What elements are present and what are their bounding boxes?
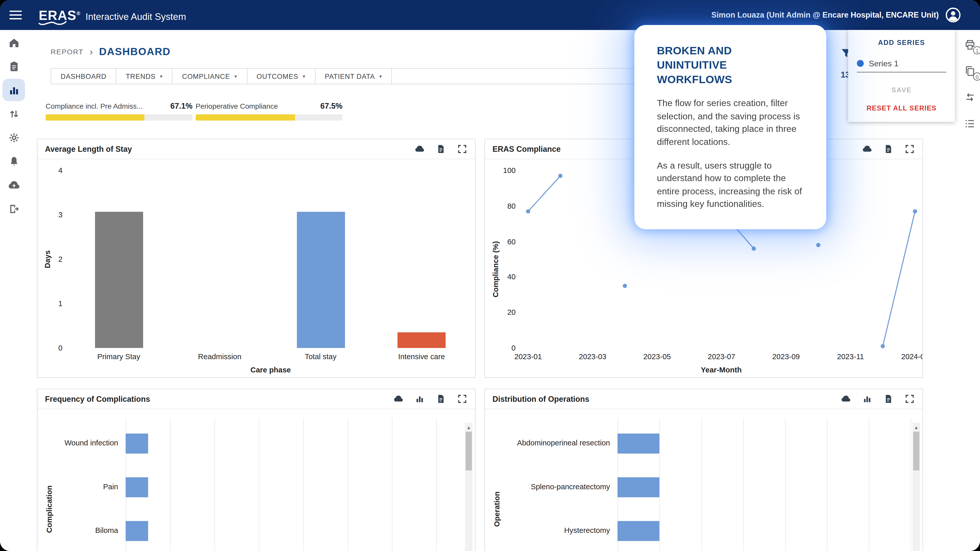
save-button[interactable]: SAVE [848, 86, 955, 94]
tab-patient-data[interactable]: PATIENT DATA▾ [315, 68, 392, 84]
category-label: Spleno-pancreatectomy [485, 483, 610, 491]
gridline [215, 418, 215, 551]
report-file-icon[interactable] [436, 394, 446, 404]
logo-subtitle: Interactive Audit System [86, 11, 186, 22]
badge-count: 1 [973, 46, 980, 54]
bar [617, 477, 659, 497]
app-window: ERAS® Interactive Audit System Simon Lou… [0, 0, 980, 551]
home-icon[interactable] [3, 31, 25, 54]
tab-dashboard[interactable]: DASHBOARD [51, 68, 116, 84]
metric-perioperative-compliance: Perioperative Compliance 67.5% [196, 102, 343, 121]
card-header: Frequency of Complications [38, 389, 475, 409]
metric-label: Compliance incl. Pre Admiss... [46, 103, 143, 110]
avatar-icon[interactable] [945, 7, 961, 23]
download-cloud-icon[interactable] [841, 394, 851, 404]
logo-eras: ERAS® [39, 8, 81, 21]
chart-title: Distribution of Operations [493, 395, 589, 403]
series-name-input[interactable]: Series 1 [857, 59, 946, 73]
download-cloud-icon[interactable] [393, 394, 404, 404]
chevron-down-icon: ▾ [379, 73, 382, 79]
metric-compliance-incl-pre-admission: Compliance incl. Pre Admiss... 67.1% [46, 102, 192, 121]
tab-trends[interactable]: TRENDS▾ [116, 68, 173, 84]
report-file-icon[interactable] [883, 144, 894, 154]
download-cloud-icon[interactable] [862, 144, 873, 154]
bar-chart-icon[interactable] [414, 394, 425, 404]
breadcrumb-report[interactable]: REPORT [51, 48, 83, 55]
gridline [348, 418, 348, 551]
reset-all-series-button[interactable]: RESET ALL SERIES [848, 104, 955, 112]
clipboard-icon[interactable] [3, 55, 25, 78]
settings-gear-icon[interactable] [3, 126, 25, 149]
print-queue-icon[interactable]: 1 [964, 39, 976, 51]
x-axis-title: Care phase [177, 365, 364, 375]
chevron-down-icon: ▾ [160, 73, 163, 79]
fullscreen-icon[interactable] [904, 144, 915, 154]
page-title: DASHBOARD [99, 46, 170, 58]
gridline [701, 418, 702, 551]
logo-wave-icon [38, 19, 68, 27]
bar-chart-icon[interactable] [3, 79, 25, 101]
series-name-value: Series 1 [869, 59, 899, 68]
copy-pages-icon[interactable]: 0 [964, 65, 976, 78]
category-label: Abdominoperineal resection [485, 438, 610, 447]
progress-bar [196, 114, 343, 121]
cloud-upload-icon[interactable] [3, 174, 25, 196]
average-length-of-stay-chart: 01234DaysPrimary StayReadmissionTotal st… [38, 159, 475, 377]
fullscreen-icon[interactable] [904, 394, 915, 404]
bar [617, 521, 659, 541]
sidebar [0, 30, 27, 551]
category-label: Hysterectomy [485, 526, 610, 535]
scrollbar[interactable]: ▲ [913, 423, 920, 551]
scrollbar-thumb[interactable] [466, 432, 472, 470]
scroll-up-icon[interactable]: ▲ [465, 423, 473, 432]
report-file-icon[interactable] [883, 394, 894, 404]
scroll-up-icon[interactable]: ▲ [913, 423, 920, 432]
swap-vertical-icon[interactable] [3, 103, 25, 125]
app-logo: ERAS® Interactive Audit System [39, 8, 186, 21]
report-file-icon[interactable] [436, 144, 446, 154]
y-tick-label: 1 [44, 299, 62, 308]
swap-horizontal-icon[interactable] [964, 91, 976, 104]
gridline [392, 418, 393, 551]
tab-compliance[interactable]: COMPLIANCE▾ [173, 68, 247, 84]
bar [126, 477, 148, 497]
fullscreen-icon[interactable] [457, 144, 468, 154]
menu-icon[interactable] [10, 11, 22, 19]
card-average-length-of-stay: Average Length of Stay 01234DaysPrimary … [37, 139, 476, 378]
callout-tooltip: BROKEN AND UNINTUITIVE WORKFLOWS The flo… [635, 25, 826, 229]
bar-chart-icon[interactable] [862, 394, 873, 404]
y-axis-title: Complication [45, 475, 54, 543]
gridline [436, 418, 437, 551]
list-icon[interactable] [964, 118, 976, 130]
badge-count: 0 [973, 73, 980, 81]
bar [126, 521, 148, 541]
scrollbar-thumb[interactable] [913, 432, 919, 470]
gridline [259, 418, 259, 551]
chevron-right-icon: › [89, 46, 93, 57]
download-cloud-icon[interactable] [414, 144, 425, 154]
gridline [743, 418, 744, 551]
gridline [869, 418, 869, 551]
gridline [303, 418, 304, 551]
chevron-down-icon: ▾ [234, 73, 237, 79]
fullscreen-icon[interactable] [457, 394, 468, 404]
series-color-dot [857, 60, 864, 67]
scrollbar[interactable]: ▲ [465, 423, 473, 551]
series-dropdown-panel: ADD SERIES Series 1 SAVE RESET ALL SERIE… [848, 30, 955, 122]
callout-paragraph: As a result, users struggle to understan… [657, 159, 804, 210]
tab-outcomes[interactable]: OUTCOMES▾ [247, 68, 315, 84]
x-tick-label: Intensive care [378, 352, 465, 361]
card-header: Distribution of Operations [485, 389, 922, 409]
chart-title: ERAS Compliance [493, 144, 561, 153]
distribution-of-operations-chart: ▲ Abdominoperineal resectionSpleno-pancr… [485, 409, 922, 551]
bar [617, 433, 659, 454]
gridline [785, 418, 786, 551]
compliance-metrics: Compliance incl. Pre Admiss... 67.1% Per… [46, 102, 346, 121]
notifications-bell-icon[interactable] [3, 150, 25, 172]
right-icon-rail: 1 0 [964, 39, 976, 130]
card-distribution-of-operations: Distribution of Operations ▲ Abdominoper… [484, 389, 923, 551]
exit-icon[interactable] [3, 197, 25, 220]
y-axis-title: Operation [492, 475, 502, 543]
add-series-button[interactable]: ADD SERIES [848, 39, 955, 46]
user-menu[interactable]: Simon Louaza (Unit Admin @ Encare Hospit… [711, 7, 961, 23]
